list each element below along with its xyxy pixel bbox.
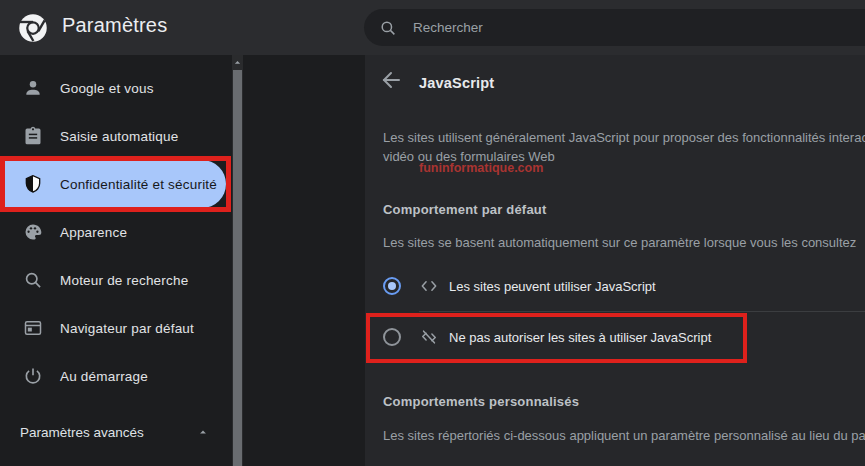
search-bar[interactable] <box>364 9 865 46</box>
shield-icon <box>23 174 43 194</box>
search-icon <box>379 19 397 37</box>
advanced-label: Paramètres avancés <box>20 425 144 440</box>
chrome-logo-icon <box>18 13 48 43</box>
radio-option-block-javascript[interactable]: Ne pas autoriser les sites à utiliser Ja… <box>365 312 865 362</box>
back-arrow-icon[interactable] <box>379 68 403 92</box>
app-title: Paramètres <box>62 14 167 37</box>
scroll-up-arrow-icon[interactable] <box>232 55 243 70</box>
settings-sidebar: Google et vous Saisie automatique Confid… <box>0 55 232 466</box>
sidebar-item-label: Confidentialité et sécurité <box>60 177 217 192</box>
search-input[interactable] <box>411 19 815 36</box>
sidebar-item-au-demarrage[interactable]: Au démarrage <box>0 352 226 400</box>
palette-icon <box>23 222 43 242</box>
top-bar: Paramètres <box>0 0 865 55</box>
sidebar-item-apparence[interactable]: Apparence <box>0 208 226 256</box>
browser-window-icon <box>23 318 43 338</box>
sidebar-item-label: Saisie automatique <box>60 129 178 144</box>
person-icon <box>23 78 43 98</box>
scrollbar-thumb[interactable] <box>233 70 242 466</box>
custom-behaviors-title: Comportements personnalisés <box>383 394 579 409</box>
code-icon <box>419 276 439 296</box>
option-label: Les sites peuvent utiliser JavaScript <box>449 279 656 294</box>
watermark-text: funinformatique.com <box>419 161 543 175</box>
intro-line-1: Les sites utilisent généralement JavaScr… <box>383 128 865 147</box>
sidebar-item-label: Apparence <box>60 225 127 240</box>
page-title: JavaScript <box>419 75 494 91</box>
power-icon <box>23 366 43 386</box>
default-behavior-description: Les sites se basent automatiquement sur … <box>383 235 856 250</box>
sidebar-item-moteur-de-recherche[interactable]: Moteur de recherche <box>0 256 226 304</box>
sidebar-item-saisie-automatique[interactable]: Saisie automatique <box>0 112 226 160</box>
clipboard-icon <box>23 126 43 146</box>
option-label: Ne pas autoriser les sites à utiliser Ja… <box>449 330 711 345</box>
code-off-icon <box>419 327 439 347</box>
chevron-up-icon <box>196 425 210 439</box>
radio-unselected[interactable] <box>383 328 401 346</box>
sidebar-item-confidentialite-et-securite[interactable]: Confidentialité et sécurité <box>0 160 226 208</box>
sidebar-item-label: Moteur de recherche <box>60 273 188 288</box>
custom-behaviors-description: Les sites répertoriés ci-dessous appliqu… <box>383 428 865 443</box>
sidebar-item-navigateur-par-defaut[interactable]: Navigateur par défaut <box>0 304 226 352</box>
search-engine-icon <box>23 270 43 290</box>
sidebar-item-label: Navigateur par défaut <box>60 321 194 336</box>
sidebar-item-label: Google et vous <box>60 81 154 96</box>
javascript-settings-card: JavaScript Les sites utilisent généralem… <box>365 55 865 466</box>
sidebar-item-google-et-vous[interactable]: Google et vous <box>0 64 226 112</box>
default-behavior-title: Comportement par défaut <box>383 202 547 217</box>
sidebar-item-label: Au démarrage <box>60 369 148 384</box>
radio-option-allow-javascript[interactable]: Les sites peuvent utiliser JavaScript <box>365 261 865 311</box>
sidebar-advanced-toggle[interactable]: Paramètres avancés <box>0 408 226 456</box>
sidebar-scrollbar[interactable] <box>232 55 243 466</box>
radio-selected[interactable] <box>383 277 401 295</box>
